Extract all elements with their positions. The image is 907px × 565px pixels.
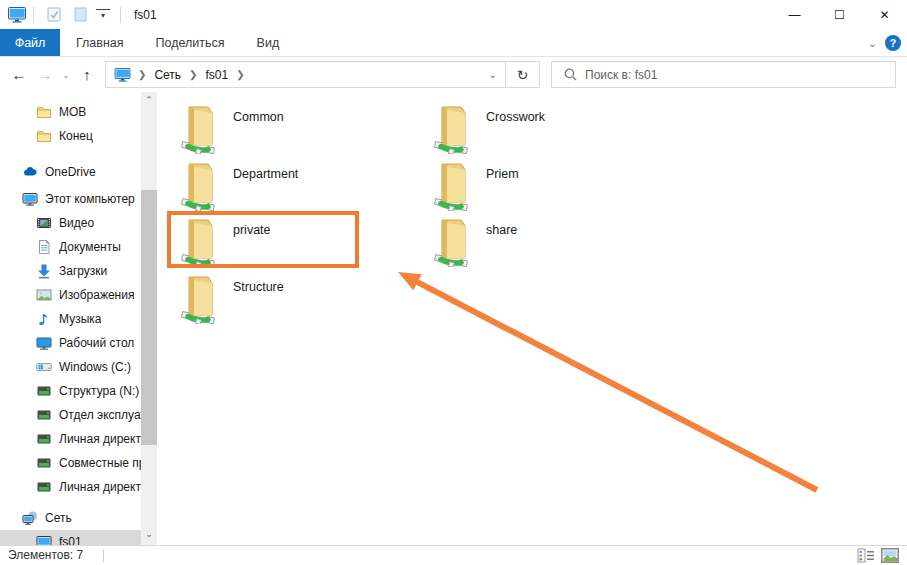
network-icon bbox=[22, 510, 38, 526]
sidebar-item-label: Личная директо bbox=[59, 432, 141, 446]
help-icon[interactable]: ? bbox=[885, 35, 901, 51]
thumbnail-view-icon[interactable] bbox=[881, 548, 899, 563]
folder-tile[interactable]: Priem bbox=[423, 159, 658, 211]
sidebar-item-label: Видео bbox=[59, 216, 94, 230]
search-icon bbox=[564, 68, 577, 81]
drive-windows-icon bbox=[36, 359, 52, 375]
drive-network-icon bbox=[36, 455, 52, 471]
sidebar-scrollbar[interactable]: ⌃ ⌄ bbox=[141, 92, 157, 545]
qat-customize-dropdown[interactable]: ▾ bbox=[96, 9, 110, 20]
close-button[interactable]: ✕ bbox=[862, 0, 907, 30]
ribbon-tab-bar: Файл Главная Поделиться Вид ⌄ ? bbox=[0, 29, 907, 57]
blank-page-icon bbox=[74, 7, 87, 22]
desktop-icon bbox=[36, 335, 52, 351]
tab-home[interactable]: Главная bbox=[60, 29, 140, 56]
sidebar-item-label: Изображения bbox=[59, 288, 134, 302]
back-button[interactable]: ← bbox=[6, 66, 32, 83]
qat-new-folder-button[interactable] bbox=[70, 6, 90, 24]
explorer-app-icon bbox=[8, 7, 26, 23]
details-view-icon[interactable] bbox=[857, 548, 875, 563]
scrollbar-thumb[interactable] bbox=[141, 190, 157, 445]
drive-network-icon bbox=[36, 431, 52, 447]
music-icon bbox=[36, 311, 52, 327]
folder-name: Crosswork bbox=[486, 110, 545, 124]
shared-folder-icon bbox=[180, 104, 220, 154]
folder-tile[interactable]: Department bbox=[170, 159, 405, 211]
shared-folder-icon bbox=[433, 104, 473, 154]
status-bar: Элементов: 7 bbox=[0, 545, 907, 565]
sidebar-item-label: OneDrive bbox=[45, 165, 96, 179]
shared-folder-icon bbox=[180, 274, 220, 324]
sidebar-list: MOBКонецOneDriveЭтот компьютерВидеоДокум… bbox=[0, 92, 141, 545]
sidebar-item[interactable]: Документы bbox=[0, 235, 141, 259]
breadcrumb-fs01[interactable]: fs01 bbox=[204, 68, 229, 82]
up-button[interactable]: ↑ bbox=[74, 66, 100, 83]
forward-button[interactable]: → bbox=[32, 66, 58, 83]
folder-tile[interactable]: Crosswork bbox=[423, 102, 658, 154]
sidebar-item[interactable]: Загрузки bbox=[0, 259, 141, 283]
tab-share[interactable]: Поделиться bbox=[140, 29, 241, 56]
recent-locations-dropdown[interactable]: ⌄ bbox=[58, 70, 74, 80]
folder-tile[interactable]: Structure bbox=[170, 272, 405, 324]
sidebar-item-label: Рабочий стол bbox=[59, 336, 134, 350]
sidebar-item[interactable]: Личная директо bbox=[0, 427, 141, 451]
sidebar-item[interactable]: Музыка bbox=[0, 307, 141, 331]
sidebar-item[interactable]: Видео bbox=[0, 211, 141, 235]
drive-network-icon bbox=[36, 383, 52, 399]
sidebar-item[interactable]: Структура (N:) bbox=[0, 379, 141, 403]
tab-view[interactable]: Вид bbox=[241, 29, 296, 56]
sidebar-item-label: Этот компьютер bbox=[45, 192, 135, 206]
sidebar-item[interactable]: Этот компьютер bbox=[0, 187, 141, 211]
folder-name: Department bbox=[233, 167, 298, 181]
sidebar-item[interactable]: MOB bbox=[0, 100, 141, 124]
video-icon bbox=[36, 215, 52, 231]
sidebar-item[interactable]: Сеть bbox=[0, 506, 141, 530]
folder-icon bbox=[36, 128, 52, 144]
sidebar-item[interactable]: Изображения bbox=[0, 283, 141, 307]
sidebar-item[interactable]: fs01 bbox=[0, 530, 141, 545]
refresh-button[interactable]: ↻ bbox=[506, 61, 540, 88]
sidebar-item-label: Совместные пр bbox=[59, 456, 141, 470]
sidebar-item[interactable]: Совместные пр bbox=[0, 451, 141, 475]
sidebar-item-label: MOB bbox=[59, 105, 86, 119]
titlebar-separator bbox=[120, 7, 121, 23]
breadcrumb-network[interactable]: Сеть bbox=[153, 68, 182, 82]
titlebar-separator bbox=[33, 7, 34, 23]
shared-folder-icon bbox=[180, 161, 220, 211]
folder-tile[interactable]: Common bbox=[170, 102, 405, 154]
search-box[interactable] bbox=[551, 61, 896, 88]
minimize-button[interactable]: — bbox=[772, 0, 817, 30]
sidebar-item-label: Личная директо bbox=[59, 480, 141, 494]
sidebar-item[interactable]: Рабочий стол bbox=[0, 331, 141, 355]
scroll-up-icon[interactable]: ⌃ bbox=[141, 92, 157, 108]
sidebar-item-label: Загрузки bbox=[59, 264, 107, 278]
sidebar-item-label: Сеть bbox=[45, 511, 72, 525]
statusbar-separator bbox=[103, 549, 104, 562]
sidebar-item[interactable]: Windows (C:) bbox=[0, 355, 141, 379]
drive-network-icon bbox=[36, 407, 52, 423]
window-title: fs01 bbox=[134, 8, 157, 22]
explorer-window: ▾ fs01 — ☐ ✕ Файл Главная Поделиться Вид… bbox=[0, 0, 907, 565]
breadcrumb-separator: ❯ bbox=[229, 69, 251, 80]
sidebar-item-label: Отдел эксплуата bbox=[59, 408, 141, 422]
annotation-highlight-rect bbox=[167, 211, 359, 268]
sidebar-item-label: fs01 bbox=[59, 535, 82, 545]
maximize-button[interactable]: ☐ bbox=[817, 0, 862, 30]
address-dropdown-icon[interactable]: ⌄ bbox=[489, 69, 497, 80]
folder-tile[interactable]: share bbox=[423, 215, 658, 267]
downloads-icon bbox=[36, 263, 52, 279]
expand-ribbon-icon[interactable]: ⌄ bbox=[868, 37, 877, 50]
sidebar-item[interactable]: Конец bbox=[0, 124, 141, 148]
sidebar-item[interactable]: Личная директо bbox=[0, 475, 141, 499]
sidebar-item-label: Структура (N:) bbox=[59, 384, 139, 398]
scroll-down-icon[interactable]: ⌄ bbox=[141, 526, 157, 542]
address-bar[interactable]: ❯ Сеть ❯ fs01 ❯ ⌄ bbox=[105, 61, 506, 88]
items-count-label: Элементов: 7 bbox=[8, 548, 83, 562]
qat-properties-button[interactable] bbox=[44, 6, 64, 24]
breadcrumb-separator: ❯ bbox=[182, 69, 204, 80]
computer-icon bbox=[22, 191, 38, 207]
search-input[interactable] bbox=[585, 68, 895, 82]
sidebar-item[interactable]: Отдел эксплуата bbox=[0, 403, 141, 427]
sidebar-item[interactable]: OneDrive bbox=[0, 160, 141, 184]
tab-file[interactable]: Файл bbox=[0, 29, 60, 56]
